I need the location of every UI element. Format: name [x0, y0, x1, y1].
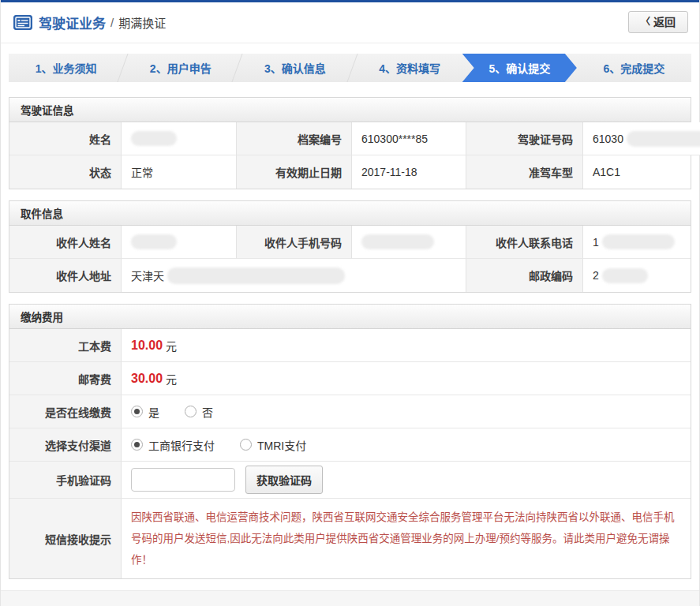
sms-notice-row: 短信接收提示 因陕西省联通、电信运营商技术问题，陕西省互联网交通安全综合服务管理… [9, 499, 691, 578]
recipient-name-value [121, 226, 236, 259]
vehicle-type-value: A1C1 [582, 155, 691, 189]
step-bar: 1、业务须知 2、用户申告 3、确认信息 4、资料填写 5、确认提交 6、完成提… [9, 54, 691, 82]
recipient-address-label: 收件人地址 [9, 259, 121, 292]
license-no-value: 61030 [582, 122, 700, 155]
phone-prefix: 1 [593, 236, 599, 249]
radio-icbc-icon[interactable] [131, 439, 143, 451]
step-label: 6、完成提交 [604, 60, 665, 76]
name-value [121, 122, 236, 155]
redacted-recipient-name [131, 234, 177, 249]
sms-notice-value: 因陕西省联通、电信运营商技术问题，陕西省互联网交通安全综合服务管理平台无法向持陕… [121, 499, 691, 578]
step-label: 4、资料填写 [379, 60, 440, 76]
step-1-business-notice[interactable]: 1、业务须知 [9, 54, 123, 82]
radio-icbc-label: 工商银行支付 [148, 437, 215, 453]
expiry-label: 有效期止日期 [236, 155, 351, 189]
channel-option-tmri[interactable]: TMRI支付 [240, 437, 306, 453]
license-info-row-2: 状态 正常 有效期止日期 2017-11-18 准驾车型 A1C1 [9, 155, 691, 189]
recipient-mobile-value [351, 226, 466, 259]
back-button[interactable]: 〈 返回 [628, 11, 688, 33]
sms-code-row: 手机验证码 获取验证码 [9, 462, 691, 499]
address-prefix: 天津天 [131, 267, 164, 283]
license-no-prefix: 61030 [593, 133, 623, 145]
breadcrumb-separator: / [110, 16, 114, 29]
vehicle-type-label: 准驾车型 [466, 155, 582, 189]
status-label: 状态 [9, 155, 121, 189]
redacted-postcode [602, 268, 648, 283]
license-no-label: 驾驶证号码 [466, 122, 582, 155]
radio-yes-label: 是 [148, 404, 159, 420]
page-header: 驾驶证业务 / 期满换证 〈 返回 [1, 2, 699, 43]
postage-fee-label: 邮寄费 [9, 362, 121, 395]
online-pay-label: 是否在线缴费 [9, 395, 121, 428]
postage-fee-amount: 30.00 [131, 372, 163, 386]
pickup-info-section: 取件信息 收件人姓名 收件人手机号码 收件人联系电话 1 收件人地址 天津天 邮… [9, 200, 691, 293]
page: 驾驶证业务 / 期满换证 〈 返回 1、业务须知 2、用户申告 3、确认信息 4… [0, 0, 700, 606]
production-fee-label: 工本费 [9, 329, 121, 362]
sms-code-field-group: 获取验证码 [121, 462, 691, 499]
pickup-info-row-2: 收件人地址 天津天 邮政编码 2 [9, 259, 691, 292]
license-info-section: 驾驶证信息 姓名 档案编号 610300****85 驾驶证号码 61030 状… [9, 97, 691, 189]
production-fee-amount: 10.00 [131, 339, 163, 353]
payment-channel-label: 选择支付渠道 [9, 428, 121, 462]
step-label: 2、用户申告 [150, 60, 211, 76]
step-6-complete-submit[interactable]: 6、完成提交 [577, 54, 691, 82]
page-title: 驾驶证业务 [39, 13, 106, 32]
status-value: 正常 [121, 155, 236, 189]
fee-row-postage: 邮寄费 30.00元 [9, 362, 691, 395]
back-button-label: 返回 [653, 17, 676, 28]
step-label: 3、确认信息 [264, 60, 326, 76]
recipient-phone-value: 1 [582, 226, 691, 259]
expiry-value: 2017-11-18 [351, 155, 466, 189]
name-label: 姓名 [9, 122, 121, 155]
footer-action-bar: 上一步 完成 [1, 590, 699, 606]
postage-fee-value: 30.00元 [121, 362, 691, 395]
radio-no-icon[interactable] [185, 406, 197, 417]
breadcrumb-current: 期满换证 [118, 14, 166, 31]
license-info-title: 驾驶证信息 [9, 98, 691, 122]
recipient-mobile-label: 收件人手机号码 [236, 226, 351, 259]
payment-channel-options: 工商银行支付 TMRI支付 [121, 428, 691, 462]
payment-channel-row: 选择支付渠道 工商银行支付 TMRI支付 [9, 428, 691, 462]
file-no-label: 档案编号 [236, 122, 351, 155]
redacted-license-no [627, 131, 700, 147]
license-info-row-1: 姓名 档案编号 610300****85 驾驶证号码 61030 [9, 122, 691, 155]
chevron-left-icon: 〈 [641, 17, 650, 27]
radio-tmri-icon[interactable] [240, 439, 252, 451]
postcode-label: 邮政编码 [466, 259, 582, 292]
step-4-fill-data[interactable]: 4、资料填写 [353, 54, 467, 82]
step-5-confirm-submit[interactable]: 5、确认提交 [462, 54, 577, 82]
redacted-phone [602, 234, 675, 249]
payment-section: 缴纳费用 工本费 10.00元 邮寄费 30.00元 是否在线缴费 是 [9, 304, 691, 579]
recipient-address-value: 天津天 [121, 259, 466, 292]
pickup-info-title: 取件信息 [9, 201, 691, 226]
postcode-value: 2 [582, 259, 691, 292]
sms-notice-label: 短信接收提示 [9, 499, 121, 578]
fee-row-production: 工本费 10.00元 [9, 329, 691, 362]
production-fee-value: 10.00元 [121, 329, 691, 362]
step-3-confirm-info[interactable]: 3、确认信息 [238, 54, 352, 82]
production-fee-unit: 元 [166, 338, 177, 354]
license-business-icon [13, 15, 32, 30]
sms-code-label: 手机验证码 [9, 462, 121, 499]
redacted-mobile [361, 234, 434, 249]
postcode-prefix: 2 [593, 269, 599, 282]
payment-title: 缴纳费用 [9, 305, 691, 329]
online-pay-option-yes[interactable]: 是 [131, 404, 159, 420]
step-2-user-declaration[interactable]: 2、用户申告 [123, 54, 238, 82]
radio-yes-icon[interactable] [131, 406, 143, 417]
get-code-button[interactable]: 获取验证码 [245, 466, 323, 494]
sms-code-input[interactable] [131, 468, 235, 492]
radio-tmri-label: TMRI支付 [257, 437, 306, 453]
redacted-address [167, 267, 345, 284]
radio-no-label: 否 [202, 404, 213, 420]
step-label: 5、确认提交 [489, 60, 550, 76]
online-pay-options: 是 否 [121, 395, 691, 428]
recipient-phone-label: 收件人联系电话 [466, 226, 582, 259]
sms-notice-text: 因陕西省联通、电信运营商技术问题，陕西省互联网交通安全综合服务管理平台无法向持陕… [131, 507, 679, 570]
pickup-info-row-1: 收件人姓名 收件人手机号码 收件人联系电话 1 [9, 226, 691, 259]
online-pay-option-no[interactable]: 否 [185, 404, 213, 420]
postage-fee-unit: 元 [166, 371, 177, 387]
online-pay-row: 是否在线缴费 是 否 [9, 395, 691, 428]
channel-option-icbc[interactable]: 工商银行支付 [131, 437, 215, 453]
recipient-name-label: 收件人姓名 [9, 226, 121, 259]
